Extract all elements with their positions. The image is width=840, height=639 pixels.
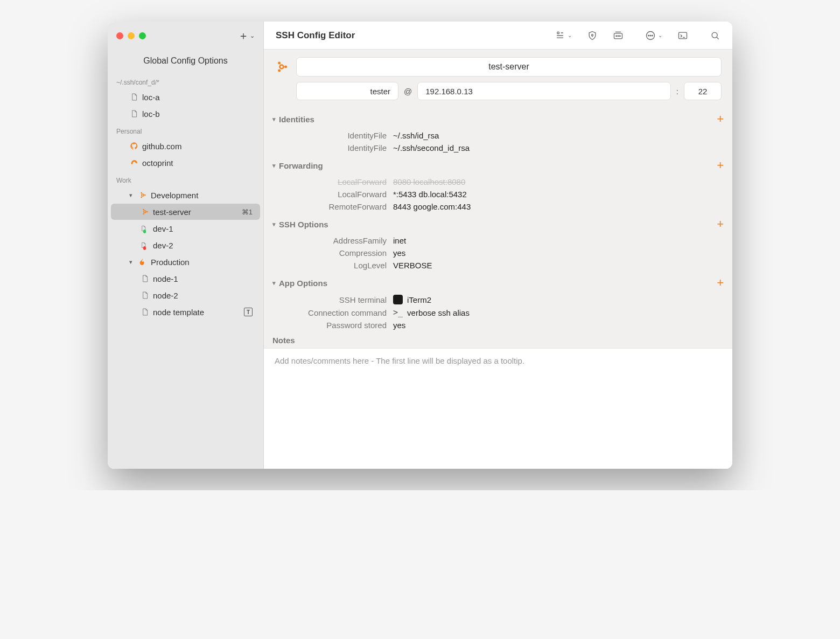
security-button[interactable] xyxy=(587,30,598,41)
add-row-button[interactable]: + xyxy=(717,112,724,126)
status-dot-icon xyxy=(143,246,146,250)
sidebar-group-header: Work xyxy=(108,171,263,186)
sidebar-item-github-com[interactable]: github.com xyxy=(111,138,260,154)
ip-input[interactable]: 192.168.0.13 xyxy=(417,82,671,100)
sidebar-item-label: test-server xyxy=(153,207,191,217)
svg-point-16 xyxy=(618,36,619,37)
config-value-text: ~/.ssh/second_id_rsa xyxy=(393,143,470,152)
sidebar-item-production[interactable]: ▾Production xyxy=(111,254,260,270)
config-key: IdentityFile xyxy=(275,131,393,140)
sidebar-item-loc-b[interactable]: loc-b xyxy=(111,106,260,122)
section-title: Forwarding xyxy=(279,161,323,170)
svg-point-21 xyxy=(650,35,651,36)
search-button[interactable] xyxy=(710,30,720,41)
chevron-down-icon: ▾ xyxy=(272,162,276,169)
svg-point-27 xyxy=(280,65,284,69)
config-key: Compression xyxy=(275,248,393,258)
file-icon xyxy=(140,240,150,250)
svg-line-26 xyxy=(717,37,718,39)
minimize-window-button[interactable] xyxy=(128,32,135,39)
config-value: yes xyxy=(393,248,405,258)
port-input[interactable]: 22 xyxy=(684,82,722,100)
keyboard-shortcut: ⌘1 xyxy=(242,208,253,216)
app-window: ＋ ⌄ Global Config Options ~/.ssh/conf_d/… xyxy=(108,22,732,469)
sidebar-group-header: Personal xyxy=(108,122,263,137)
config-row[interactable]: AddressFamilyinet xyxy=(264,234,732,247)
plus-icon: ＋ xyxy=(238,29,249,43)
config-row[interactable]: IdentityFile~/.ssh/second_id_rsa xyxy=(264,142,732,154)
config-key: IdentityFile xyxy=(275,143,393,152)
config-row[interactable]: LocalForward*:5433 db.local:5432 xyxy=(264,188,732,200)
add-row-button[interactable]: + xyxy=(717,276,724,290)
sidebar-item-dev-1[interactable]: dev-1 xyxy=(111,220,260,237)
terminal-button[interactable] xyxy=(677,30,688,41)
sidebar-item-label: loc-a xyxy=(142,93,160,102)
config-value: VERBOSE xyxy=(393,261,432,270)
config-value: ~/.ssh/id_rsa xyxy=(393,131,439,140)
chevron-down-icon: ▾ xyxy=(272,116,276,123)
config-row[interactable]: RemoteForward8443 google.com:443 xyxy=(264,200,732,213)
add-host-button[interactable]: ＋ ⌄ xyxy=(238,29,255,43)
section-header-app-options[interactable]: ▾App Options+ xyxy=(264,272,732,293)
fire-folder-icon xyxy=(138,257,148,267)
more-options-button[interactable]: ⌄ xyxy=(645,30,662,41)
chevron-down-icon[interactable]: ▾ xyxy=(129,259,135,266)
svg-point-0 xyxy=(142,194,144,196)
config-key: Password stored xyxy=(275,321,393,330)
svg-point-22 xyxy=(652,35,653,36)
chevron-down-icon: ⌄ xyxy=(658,32,662,38)
config-row[interactable]: LogLevelVERBOSE xyxy=(264,259,732,272)
close-window-button[interactable] xyxy=(116,32,123,39)
svg-point-4 xyxy=(144,211,146,213)
file-icon xyxy=(129,92,139,102)
at-symbol: @ xyxy=(403,87,413,96)
chevron-down-icon[interactable]: ▾ xyxy=(129,192,135,199)
section-header-forwarding[interactable]: ▾Forwarding+ xyxy=(264,154,732,176)
sidebar-item-development[interactable]: ▾Development xyxy=(111,187,260,203)
add-row-button[interactable]: + xyxy=(717,217,724,231)
template-badge-icon: T xyxy=(244,308,253,316)
svg-point-15 xyxy=(616,36,617,37)
config-key: SSH terminal xyxy=(275,295,393,304)
config-row[interactable]: Password storedyes xyxy=(264,319,732,331)
config-value-text: ~/.ssh/id_rsa xyxy=(393,131,439,140)
config-value-text: yes xyxy=(393,248,405,258)
user-input[interactable]: tester xyxy=(296,82,398,100)
add-row-button[interactable]: + xyxy=(717,158,724,172)
config-row[interactable]: Connection command>_verbose ssh alias xyxy=(264,306,732,319)
hostname-input[interactable]: test-server xyxy=(296,57,722,77)
sidebar-item-node-2[interactable]: node-2 xyxy=(111,287,260,303)
ubuntu-folder-icon xyxy=(138,190,148,200)
zoom-window-button[interactable] xyxy=(139,32,146,39)
global-config-link[interactable]: Global Config Options xyxy=(108,50,263,73)
sidebar-item-loc-a[interactable]: loc-a xyxy=(111,89,260,105)
section-header-ssh-options[interactable]: ▾SSH Options+ xyxy=(264,213,732,234)
password-button[interactable] xyxy=(613,30,624,41)
sidebar-item-label: node template xyxy=(153,308,204,317)
config-row[interactable]: SSH terminaliTerm2 xyxy=(264,293,732,306)
sidebar-item-test-server[interactable]: test-server⌘1 xyxy=(111,204,260,220)
svg-point-30 xyxy=(278,70,281,72)
svg-point-5 xyxy=(146,211,148,213)
section-title: Identities xyxy=(279,115,314,124)
file-icon xyxy=(129,109,139,119)
section-header-identities[interactable]: ▾Identities+ xyxy=(264,108,732,129)
svg-rect-14 xyxy=(614,33,622,38)
sidebar-item-node-1[interactable]: node-1 xyxy=(111,270,260,287)
config-row[interactable]: Compressionyes xyxy=(264,247,732,259)
sidebar-item-octoprint[interactable]: octoprint xyxy=(111,155,260,171)
chevron-down-icon: ⌄ xyxy=(250,32,255,39)
config-value-text: yes xyxy=(393,321,405,330)
app-title: SSH Config Editor xyxy=(276,30,355,41)
notes-textarea[interactable]: Add notes/comments here - The first line… xyxy=(264,348,732,469)
config-row[interactable]: LocalForward8080 localhost:8080 xyxy=(264,176,732,188)
config-row[interactable]: IdentityFile~/.ssh/id_rsa xyxy=(264,129,732,142)
prompt-icon: >_ xyxy=(393,308,403,317)
config-value: yes xyxy=(393,321,405,330)
sidebar-item-node-template[interactable]: node templateT xyxy=(111,304,260,320)
sidebar-item-dev-2[interactable]: dev-2 xyxy=(111,237,260,253)
ubuntu-icon xyxy=(140,207,150,217)
ubuntu-icon xyxy=(275,60,289,74)
colon-symbol: : xyxy=(675,87,680,96)
add-option-button[interactable]: ⌄ xyxy=(555,30,572,41)
